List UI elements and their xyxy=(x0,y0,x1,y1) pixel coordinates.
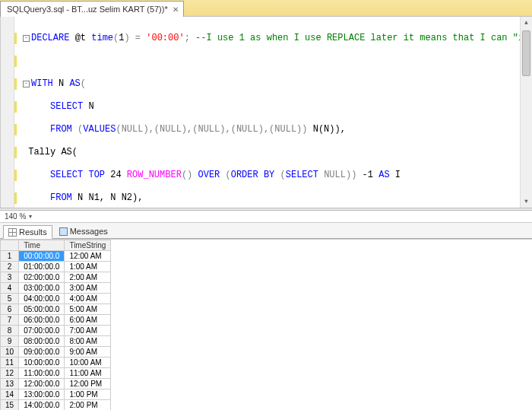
tab-label: SQLQuery3.sql - BT...uz Selim KART (57))… xyxy=(7,5,168,14)
row-number[interactable]: 13 xyxy=(1,379,19,389)
table-row[interactable]: 403:00:00.03:00 AM xyxy=(1,283,111,294)
cell-time[interactable]: 07:00:00.0 xyxy=(19,326,65,336)
row-number[interactable]: 8 xyxy=(1,326,19,336)
cell-timestring[interactable]: 12:00 PM xyxy=(65,379,111,389)
cell-timestring[interactable]: 5:00 AM xyxy=(65,304,111,315)
cell-timestring[interactable]: 1:00 AM xyxy=(65,262,111,272)
table-row[interactable]: 1312:00:00.012:00 PM xyxy=(1,379,111,389)
cell-time[interactable]: 05:00:00.0 xyxy=(19,304,65,315)
cell-timestring[interactable]: 7:00 AM xyxy=(65,326,111,336)
row-number[interactable]: 2 xyxy=(1,262,19,272)
row-number[interactable]: 3 xyxy=(1,272,19,283)
table-row[interactable]: 807:00:00.07:00 AM xyxy=(1,326,111,336)
table-row[interactable]: 504:00:00.04:00 AM xyxy=(1,294,111,304)
zoom-level[interactable]: 140 % ▾ xyxy=(0,211,532,223)
document-tab[interactable]: SQLQuery3.sql - BT...uz Selim KART (57))… xyxy=(0,1,184,17)
row-number[interactable]: 7 xyxy=(1,315,19,326)
table-row[interactable]: 1211:00:00.011:00 AM xyxy=(1,368,111,379)
cell-timestring[interactable]: 8:00 AM xyxy=(65,336,111,347)
table-row[interactable]: 605:00:00.05:00 AM xyxy=(1,304,111,315)
results-table: Time TimeString 100:00:00.012:00 AM201:0… xyxy=(0,240,111,410)
cell-time[interactable]: 12:00:00.0 xyxy=(19,379,65,389)
row-number[interactable]: 11 xyxy=(1,358,19,368)
col-time[interactable]: Time xyxy=(19,240,65,251)
row-number[interactable]: 12 xyxy=(1,368,19,379)
cell-timestring[interactable]: 4:00 AM xyxy=(65,294,111,304)
scroll-thumb[interactable] xyxy=(522,30,530,76)
row-number[interactable]: 5 xyxy=(1,294,19,304)
messages-tab-label: Messages xyxy=(70,227,108,236)
editor-gutter xyxy=(1,17,14,208)
cell-timestring[interactable]: 2:00 AM xyxy=(65,272,111,283)
table-row[interactable]: 908:00:00.08:00 AM xyxy=(1,336,111,347)
row-number[interactable]: 9 xyxy=(1,336,19,347)
cell-time[interactable]: 11:00:00.0 xyxy=(19,368,65,379)
table-row[interactable]: 1009:00:00.09:00 AM xyxy=(1,347,111,358)
cell-time[interactable]: 03:00:00.0 xyxy=(19,283,65,294)
results-pane: 140 % ▾ Results Messages Time TimeString… xyxy=(0,211,532,410)
cell-timestring[interactable]: 9:00 AM xyxy=(65,347,111,358)
sql-editor[interactable]: -DECLARE @t time(1) = '00:00'; --I use 1… xyxy=(14,17,532,208)
document-tab-bar: SQLQuery3.sql - BT...uz Selim KART (57))… xyxy=(0,0,532,17)
row-number[interactable]: 6 xyxy=(1,304,19,315)
editor-scrollbar[interactable]: ▲ ▼ xyxy=(520,17,532,208)
grid-icon xyxy=(8,228,17,237)
cell-timestring[interactable]: 3:00 AM xyxy=(65,283,111,294)
results-grid[interactable]: Time TimeString 100:00:00.012:00 AM201:0… xyxy=(0,239,532,410)
code-editor-area: -DECLARE @t time(1) = '00:00'; --I use 1… xyxy=(0,17,532,208)
row-number[interactable]: 15 xyxy=(1,400,19,411)
table-row[interactable]: 1413:00:00.01:00 PM xyxy=(1,389,111,400)
cell-timestring[interactable]: 6:00 AM xyxy=(65,315,111,326)
scroll-up-icon[interactable]: ▲ xyxy=(521,17,532,29)
table-row[interactable]: 1514:00:00.02:00 PM xyxy=(1,400,111,411)
results-tab-bar: Results Messages xyxy=(0,223,532,239)
cell-time[interactable]: 13:00:00.0 xyxy=(19,389,65,400)
cell-time[interactable]: 10:00:00.0 xyxy=(19,358,65,368)
cell-time[interactable]: 01:00:00.0 xyxy=(19,262,65,272)
fold-icon[interactable]: - xyxy=(23,35,30,42)
results-tab-label: Results xyxy=(19,227,47,237)
row-number[interactable]: 14 xyxy=(1,389,19,400)
results-tab[interactable]: Results xyxy=(3,225,52,239)
messages-icon xyxy=(59,227,68,236)
col-timestring[interactable]: TimeString xyxy=(65,240,111,251)
cell-time[interactable]: 14:00:00.0 xyxy=(19,400,65,411)
rownum-header[interactable] xyxy=(1,240,19,251)
scroll-down-icon[interactable]: ▼ xyxy=(521,195,532,208)
row-number[interactable]: 10 xyxy=(1,347,19,358)
table-row[interactable]: 302:00:00.02:00 AM xyxy=(1,272,111,283)
cell-time[interactable]: 04:00:00.0 xyxy=(19,294,65,304)
row-number[interactable]: 4 xyxy=(1,283,19,294)
cell-timestring[interactable]: 10:00 AM xyxy=(65,358,111,368)
cell-time[interactable]: 02:00:00.0 xyxy=(19,272,65,283)
table-row[interactable]: 100:00:00.012:00 AM xyxy=(1,251,111,262)
cell-time[interactable]: 06:00:00.0 xyxy=(19,315,65,326)
row-number[interactable]: 1 xyxy=(1,251,19,262)
cell-timestring[interactable]: 2:00 PM xyxy=(65,400,111,411)
table-row[interactable]: 201:00:00.01:00 AM xyxy=(1,262,111,272)
cell-timestring[interactable]: 1:00 PM xyxy=(65,389,111,400)
fold-icon[interactable]: - xyxy=(23,81,30,87)
cell-time[interactable]: 09:00:00.0 xyxy=(19,347,65,358)
chevron-down-icon[interactable]: ▾ xyxy=(29,213,32,220)
cell-time[interactable]: 00:00:00.0 xyxy=(19,251,65,262)
close-icon[interactable]: ✕ xyxy=(171,5,180,14)
table-row[interactable]: 1110:00:00.010:00 AM xyxy=(1,358,111,368)
cell-timestring[interactable]: 11:00 AM xyxy=(65,368,111,379)
cell-timestring[interactable]: 12:00 AM xyxy=(65,251,111,262)
zoom-text: 140 % xyxy=(5,212,26,221)
messages-tab[interactable]: Messages xyxy=(54,224,113,238)
table-row[interactable]: 706:00:00.06:00 AM xyxy=(1,315,111,326)
cell-time[interactable]: 08:00:00.0 xyxy=(19,336,65,347)
